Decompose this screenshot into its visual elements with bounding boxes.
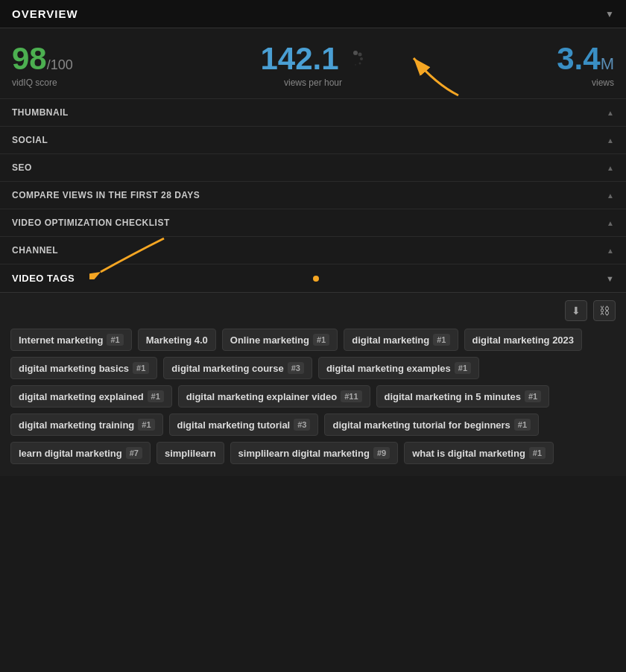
video-tags-header[interactable]: VIDEO TAGS ▼ [0, 264, 626, 293]
sections-container: THUMBNAIL ▲ SOCIAL ▲ SEO ▲ COMPARE VIEWS… [0, 99, 626, 264]
tag-item[interactable]: digital marketing in 5 minutes#1 [376, 385, 550, 408]
section-row-social[interactable]: SOCIAL ▲ [0, 127, 626, 154]
views-label: views [592, 77, 614, 88]
tag-item[interactable]: digital marketing basics#1 [10, 357, 157, 379]
svg-point-2 [360, 57, 363, 60]
tag-rank: #1 [529, 447, 546, 459]
views-block: 3.4M views [414, 42, 614, 88]
section-row-channel[interactable]: CHANNEL ▲ [0, 237, 626, 264]
tag-rank: #1 [433, 334, 449, 346]
tag-rank: #1 [107, 334, 123, 346]
views-value-container: 3.4M [557, 42, 614, 76]
tag-rank: #3 [294, 419, 310, 431]
section-label: CHANNEL [12, 245, 58, 256]
tag-rank: #1 [525, 390, 541, 402]
overview-collapse-arrow: ▼ [605, 9, 614, 19]
tag-item[interactable]: digital marketing explainer video#11 [178, 385, 370, 408]
tag-item[interactable]: simplilearn [156, 442, 224, 464]
section-label: THUMBNAIL [12, 107, 69, 118]
tag-rank: #7 [126, 447, 142, 459]
download-icon: ⬇ [572, 305, 581, 317]
tags-container: Internet marketing#1Marketing 4.0Online … [10, 329, 616, 464]
tag-text: digital marketing course [171, 363, 283, 374]
tag-text: digital marketing [352, 335, 429, 346]
video-tags-arrow: ▼ [606, 274, 614, 283]
section-row-video-optimization-checklist[interactable]: VIDEO OPTIMIZATION CHECKLIST ▲ [0, 209, 626, 237]
link-icon: ⛓ [599, 305, 610, 317]
views-per-hour-block: 142.1 views per hour [212, 42, 413, 88]
tag-text: simplilearn [165, 448, 216, 459]
tag-item[interactable]: Marketing 4.0 [138, 329, 216, 351]
section-arrow: ▲ [607, 164, 614, 172]
section-row-seo[interactable]: SEO ▲ [0, 154, 626, 182]
score-number: 98 [12, 41, 47, 76]
tag-text: digital marketing in 5 minutes [385, 391, 521, 402]
tag-rank: #1 [313, 334, 329, 346]
views-unit: M [601, 54, 614, 73]
section-label: SEO [12, 162, 32, 173]
copy-link-button[interactable]: ⛓ [593, 300, 616, 321]
tag-item[interactable]: Internet marketing#1 [10, 329, 132, 351]
tag-item[interactable]: learn digital marketing#7 [10, 442, 151, 464]
tag-rank: #1 [514, 419, 531, 431]
tag-item[interactable]: what is digital marketing#1 [404, 442, 554, 464]
tag-text: simplilearn digital marketing [238, 448, 370, 459]
section-arrow: ▲ [607, 219, 614, 227]
views-per-hour-value: 142.1 [260, 42, 338, 76]
tag-item[interactable]: Online marketing#1 [222, 329, 338, 351]
tag-item[interactable]: digital marketing examples#1 [318, 357, 479, 379]
tag-text: Marketing 4.0 [146, 335, 208, 346]
section-arrow: ▲ [607, 109, 614, 117]
overview-header[interactable]: OVERVIEW ▼ [0, 0, 626, 28]
tag-text: digital marketing tutorial [177, 419, 291, 431]
video-tags-label: VIDEO TAGS [12, 273, 75, 284]
download-button[interactable]: ⬇ [565, 300, 587, 321]
section-arrow: ▲ [607, 247, 614, 255]
overview-title: OVERVIEW [12, 7, 78, 20]
tag-rank: #1 [133, 362, 149, 374]
svg-point-0 [353, 51, 358, 55]
tag-rank: #1 [138, 419, 154, 431]
tag-item[interactable]: digital marketing course#3 [163, 357, 312, 379]
section-row-thumbnail[interactable]: THUMBNAIL ▲ [0, 99, 626, 127]
tag-item[interactable]: digital marketing#1 [344, 329, 458, 351]
svg-point-4 [355, 64, 356, 66]
section-label: SOCIAL [12, 135, 48, 145]
section-arrow: ▲ [607, 191, 614, 200]
section-label: COMPARE VIEWS IN THE FIRST 28 DAYS [12, 190, 200, 200]
tags-toolbar: ⬇ ⛓ [10, 300, 616, 321]
tag-text: learn digital marketing [19, 448, 122, 459]
score-label: vidIQ score [12, 77, 212, 88]
svg-point-3 [358, 63, 361, 65]
tag-item[interactable]: digital marketing tutorial for beginners… [324, 413, 539, 436]
tag-rank: #1 [148, 390, 164, 402]
views-value: 3.4 [557, 41, 600, 76]
tag-text: digital marketing 2023 [472, 335, 575, 346]
orange-dot [313, 276, 319, 282]
tag-rank: #3 [288, 362, 304, 374]
tag-text: Internet marketing [19, 335, 103, 346]
stats-row: 98/100 vidIQ score 142.1 views per hour … [0, 28, 626, 99]
tags-area: ⬇ ⛓ Internet marketing#1Marketing 4.0Onl… [0, 293, 626, 476]
svg-point-1 [358, 53, 361, 57]
tag-text: digital marketing tutorial for beginners [332, 419, 510, 431]
tag-text: Online marketing [230, 335, 309, 346]
tag-text: what is digital marketing [412, 448, 525, 459]
tag-rank: #1 [455, 362, 471, 374]
score-denom: /100 [47, 57, 73, 72]
tag-item[interactable]: simplilearn digital marketing#9 [230, 442, 399, 464]
section-row-compare-views-in-the-first-28-days[interactable]: COMPARE VIEWS IN THE FIRST 28 DAYS ▲ [0, 182, 626, 209]
tag-text: digital marketing explainer video [186, 391, 337, 402]
tag-rank: #11 [341, 390, 361, 402]
tag-item[interactable]: digital marketing tutorial#3 [169, 413, 319, 436]
spinner-icon [345, 48, 366, 69]
tag-item[interactable]: digital marketing training#1 [10, 413, 163, 436]
tag-text: digital marketing examples [326, 363, 451, 374]
tag-item[interactable]: digital marketing 2023 [464, 329, 583, 351]
section-label: VIDEO OPTIMIZATION CHECKLIST [12, 218, 170, 228]
tag-text: digital marketing training [19, 419, 134, 431]
score-value: 98/100 [12, 42, 212, 76]
tag-text: digital marketing basics [19, 363, 129, 374]
score-block: 98/100 vidIQ score [12, 42, 212, 88]
tag-item[interactable]: digital marketing explained#1 [10, 385, 172, 408]
